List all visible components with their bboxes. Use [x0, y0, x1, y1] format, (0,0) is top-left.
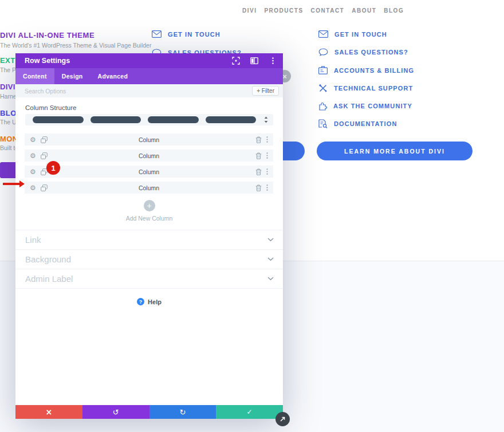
support-link-label[interactable]: DOCUMENTATION: [334, 120, 397, 127]
gear-icon[interactable]: ⚙: [30, 168, 36, 175]
page: DIVI PRODUCTS CONTACT ABOUT BLOG DIVI AL…: [0, 0, 504, 432]
support-link-label[interactable]: GET IN TOUCH: [334, 31, 387, 38]
community-icon: [318, 101, 327, 111]
nav-item-blog[interactable]: BLOG: [384, 7, 404, 14]
section-label: Background: [25, 254, 71, 264]
support-link-sales-questions[interactable]: SALES QUESTIONS?: [318, 48, 408, 56]
help-link[interactable]: ? Help: [15, 298, 283, 305]
id-card-icon: [318, 66, 328, 74]
support-link-label[interactable]: ASK THE COMMUNITY: [333, 103, 412, 109]
section-background[interactable]: Background: [15, 250, 283, 269]
product-title-divi: DIVI: [0, 83, 15, 91]
split-view-icon[interactable]: [250, 56, 259, 65]
learn-more-button[interactable]: LEARN MORE ABOUT DIVI: [317, 142, 472, 160]
kebab-menu-icon[interactable]: [266, 184, 268, 191]
column-row-4[interactable]: Column ⚙: [25, 182, 273, 194]
section-link[interactable]: Link: [15, 230, 283, 250]
close-icon: ×: [282, 72, 287, 81]
search-options-input[interactable]: [25, 88, 252, 95]
tab-content[interactable]: Content: [15, 68, 54, 84]
options-search-row: + Filter: [15, 84, 283, 97]
add-column-button[interactable]: +: [144, 200, 155, 211]
modal-title: Row Settings: [25, 57, 70, 65]
column-row-2[interactable]: Column ⚙: [25, 150, 273, 162]
support-link-get-in-touch[interactable]: GET IN TOUCH: [318, 30, 387, 38]
kebab-menu-icon[interactable]: [266, 168, 268, 175]
support-link-documentation[interactable]: DOCUMENTATION: [318, 119, 397, 128]
section-label: Admin Label: [25, 274, 73, 284]
tools-icon: [318, 84, 328, 93]
column-structure-bar: [148, 116, 199, 123]
redo-button[interactable]: ↻: [149, 405, 216, 419]
modal-body: Column Structure Column ⚙: [15, 104, 283, 305]
support-link-technical-support[interactable]: TECHNICAL SUPPORT: [318, 84, 413, 93]
column-row-label: Column: [25, 136, 273, 143]
stepper-arrows-icon[interactable]: [264, 116, 268, 123]
help-label: Help: [148, 299, 162, 305]
modal-tabbar: Content Design Advanced: [15, 68, 283, 84]
modal-resize-handle[interactable]: [275, 412, 290, 426]
settings-sections: Link Background Admin Label: [15, 230, 283, 289]
column-structure-bar: [90, 116, 141, 123]
plus-icon: +: [147, 200, 151, 211]
nav-item-contact[interactable]: CONTACT: [311, 7, 345, 14]
modal-footer: × ↺ ↻ ✓: [15, 405, 283, 419]
column-structure-selector[interactable]: [25, 114, 273, 125]
document-search-icon: [318, 119, 328, 128]
column-row-3[interactable]: Column ⚙: [25, 166, 273, 178]
support-link-accounts-billing[interactable]: ACCOUNTS & BILLING: [318, 66, 414, 74]
tab-advanced[interactable]: Advanced: [90, 68, 136, 84]
row-settings-modal: Row Settings Content Design Advanced + F…: [15, 53, 283, 419]
chevron-down-icon: [267, 238, 274, 242]
kebab-menu-icon[interactable]: [266, 152, 268, 159]
cancel-button[interactable]: ×: [15, 405, 82, 419]
redo-icon: ↻: [179, 408, 186, 417]
support-link-label[interactable]: SALES QUESTIONS?: [334, 49, 408, 56]
chevron-down-icon: [267, 277, 274, 281]
column-row-label: Column: [25, 152, 273, 159]
modal-header-actions: [231, 56, 277, 65]
trash-icon[interactable]: [255, 184, 262, 191]
nav-item-about[interactable]: ABOUT: [352, 7, 376, 14]
filter-button[interactable]: + Filter: [252, 86, 279, 96]
page-title: DIVI ALL-IN-ONE THEME: [0, 31, 94, 40]
duplicate-icon[interactable]: [41, 136, 48, 143]
column-list: Column ⚙ Column ⚙: [25, 133, 273, 194]
diagonal-arrow-icon: [279, 415, 286, 423]
top-nav: DIVI PRODUCTS CONTACT ABOUT BLOG: [242, 7, 404, 14]
support-link-label[interactable]: TECHNICAL SUPPORT: [334, 85, 413, 92]
undo-button[interactable]: ↺: [82, 405, 149, 419]
page-subtitle: The World's #1 WordPress Theme & Visual …: [0, 42, 151, 49]
trash-icon[interactable]: [255, 152, 262, 159]
support-link-ask-community[interactable]: ASK THE COMMUNITY: [318, 101, 412, 111]
contact-link-label[interactable]: GET IN TOUCH: [168, 31, 220, 38]
support-link-label[interactable]: ACCOUNTS & BILLING: [334, 67, 414, 74]
nav-item-products[interactable]: PRODUCTS: [264, 7, 303, 14]
duplicate-icon[interactable]: [41, 184, 48, 191]
tab-design[interactable]: Design: [54, 68, 90, 84]
trash-icon[interactable]: [255, 168, 262, 175]
add-new-column: + Add New Column: [15, 200, 283, 222]
check-icon: ✓: [247, 408, 253, 416]
column-structure-label: Column Structure: [25, 104, 273, 111]
nav-item-divi[interactable]: DIVI: [242, 7, 257, 14]
trash-icon[interactable]: [255, 136, 262, 143]
contact-link-get-in-touch-middle[interactable]: GET IN TOUCH: [152, 30, 220, 38]
duplicate-icon[interactable]: [41, 152, 48, 159]
gear-icon[interactable]: ⚙: [30, 136, 36, 143]
gear-icon[interactable]: ⚙: [30, 184, 36, 191]
close-icon: ×: [46, 407, 53, 417]
confirm-button[interactable]: ✓: [216, 405, 283, 419]
modal-header[interactable]: Row Settings: [15, 53, 283, 68]
step-annotation-badge: 1: [46, 161, 60, 175]
column-row-1[interactable]: Column ⚙: [25, 133, 273, 146]
kebab-menu-icon[interactable]: [266, 136, 268, 143]
help-icon: ?: [137, 298, 144, 305]
focus-icon[interactable]: [231, 56, 241, 65]
kebab-menu-icon[interactable]: [268, 56, 277, 65]
section-admin-label[interactable]: Admin Label: [15, 269, 283, 289]
column-row-label: Column: [25, 184, 273, 191]
gear-icon[interactable]: ⚙: [30, 152, 36, 159]
chat-bubble-icon: [318, 48, 328, 56]
annotation-arrow: [3, 183, 19, 185]
